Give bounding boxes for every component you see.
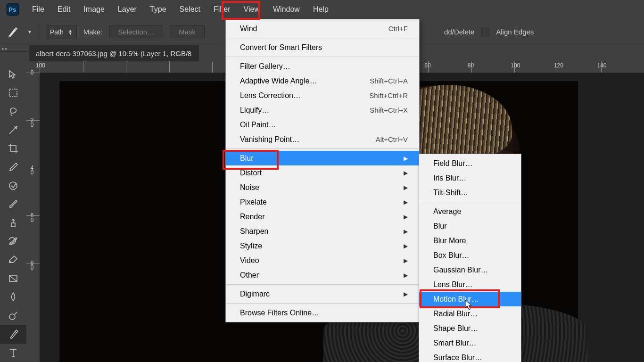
filter-menu-item-filter-gallery[interactable]: Filter Gallery… (226, 59, 419, 74)
path-mode-dropdown[interactable]: Path ▲▼ (46, 25, 77, 39)
tool-move[interactable] (0, 65, 26, 83)
blur-menu-item-average[interactable]: Average (419, 204, 521, 219)
menu-item-label: Box Blur… (433, 251, 469, 260)
tool-brush[interactable] (0, 195, 26, 214)
menu-item-label: Blur More (433, 237, 466, 245)
menu-item-shortcut: Ctrl+F (388, 25, 408, 33)
menu-image[interactable]: Image (77, 0, 111, 19)
ruler-tick: 60 (428, 61, 471, 73)
menu-edit[interactable]: Edit (51, 0, 77, 19)
filter-menu-item-digimarc[interactable]: Digimarc▶ (226, 287, 419, 301)
menu-item-label: Liquify… (240, 106, 269, 115)
menu-item-label: Sharpen (240, 227, 269, 236)
filter-menu-item-convert-for-smart-filters[interactable]: Convert for Smart Filters (226, 40, 419, 55)
filter-menu-item-blur[interactable]: Blur▶ (226, 151, 419, 165)
menu-item-label: Stylize (240, 242, 262, 250)
menu-filter[interactable]: Filter (207, 0, 237, 19)
ruler-tick: 0 (26, 73, 40, 120)
blur-menu-item-surface-blur[interactable]: Surface Blur… (419, 350, 521, 362)
svg-point-7 (9, 314, 15, 320)
tool-healing[interactable] (0, 176, 26, 195)
filter-menu-item-distort[interactable]: Distort▶ (226, 165, 419, 180)
ruler-tick: 140 (601, 61, 644, 73)
submenu-arrow-icon: ▶ (404, 214, 408, 220)
tool-marquee[interactable] (0, 83, 26, 102)
filter-menu-item-video[interactable]: Video▶ (226, 253, 419, 268)
menu-separator (226, 57, 419, 57)
blur-menu-item-iris-blur[interactable]: Iris Blur… (419, 171, 521, 185)
blur-menu-item-radial-blur[interactable]: Radial Blur… (419, 306, 521, 321)
blur-menu-item-blur[interactable]: Blur (419, 219, 521, 233)
blur-menu-item-gaussian-blur[interactable]: Gaussian Blur… (419, 263, 521, 277)
menu-select[interactable]: Select (173, 0, 207, 19)
filter-menu-item-pixelate[interactable]: Pixelate▶ (226, 195, 419, 209)
menu-item-shortcut: Shift+Ctrl+X (370, 106, 408, 114)
tool-dodge[interactable] (0, 306, 26, 325)
filter-menu-item-other[interactable]: Other▶ (226, 268, 419, 282)
blur-menu-item-blur-more[interactable]: Blur More (419, 233, 521, 248)
submenu-arrow-icon: ▶ (404, 228, 408, 235)
submenu-arrow-icon: ▶ (404, 243, 408, 249)
filter-menu-item-stylize[interactable]: Stylize▶ (226, 239, 419, 253)
blur-menu-item-box-blur[interactable]: Box Blur… (419, 248, 521, 263)
tool-lasso[interactable] (0, 102, 26, 121)
ruler-tick (126, 61, 169, 73)
ruler-tick: 80 (471, 61, 515, 73)
align-edges-label: Align Edges (496, 28, 534, 36)
menu-type[interactable]: Type (143, 0, 173, 19)
tool-eyedropper[interactable] (0, 158, 26, 176)
blur-menu-item-tilt-shift[interactable]: Tilt-Shift… (419, 185, 521, 200)
submenu-arrow-icon: ▶ (404, 272, 408, 279)
filter-menu-item-lens-correction[interactable]: Lens Correction…Shift+Ctrl+R (226, 88, 419, 103)
tool-magic-wand[interactable] (0, 121, 26, 139)
tool-history-brush[interactable] (0, 232, 26, 250)
filter-menu-item-oil-paint[interactable]: Oil Paint… (226, 117, 419, 132)
menu-window[interactable]: Window (266, 0, 306, 19)
menu-item-label: Shape Blur… (433, 324, 478, 333)
chevron-down-icon[interactable]: ▼ (27, 29, 32, 34)
menu-file[interactable]: File (25, 0, 51, 19)
tool-pen[interactable] (0, 325, 26, 343)
selection-button[interactable]: Selection… (109, 25, 164, 38)
filter-menu-item-sharpen[interactable]: Sharpen▶ (226, 224, 419, 239)
menu-item-label: Lens Correction… (240, 91, 301, 100)
expand-panels-icon[interactable]: ▸▸ (0, 45, 29, 52)
tool-clone[interactable] (0, 214, 26, 232)
mask-button[interactable]: Mask (170, 25, 205, 38)
tool-gradient[interactable] (0, 269, 26, 288)
menu-separator (226, 303, 419, 304)
blur-menu-item-field-blur[interactable]: Field Blur… (419, 156, 521, 171)
tool-type[interactable] (0, 344, 26, 362)
ruler-tick: 100 (40, 61, 83, 73)
filter-menu-item-browse-filters-online[interactable]: Browse Filters Online… (226, 305, 419, 320)
filter-menu-item-wind[interactable]: WindCtrl+F (226, 21, 419, 36)
document-tab[interactable]: albert-dera-397063.jpg @ 10.5% (Layer 1,… (29, 45, 198, 61)
blur-menu-item-lens-blur[interactable]: Lens Blur… (419, 277, 521, 292)
filter-menu-item-adaptive-wide-angle[interactable]: Adaptive Wide Angle…Shift+Ctrl+A (226, 74, 419, 88)
menu-item-label: Render (240, 213, 264, 221)
tool-blur[interactable] (0, 288, 26, 306)
filter-menu-item-render[interactable]: Render▶ (226, 209, 419, 224)
tool-crop[interactable] (0, 140, 26, 158)
menu-item-label: Blur (240, 154, 253, 163)
menu-help[interactable]: Help (306, 0, 335, 19)
menu-view[interactable]: View (237, 0, 266, 19)
menu-item-label: Browse Filters Online… (240, 309, 319, 317)
menu-layer[interactable]: Layer (111, 0, 143, 19)
filter-menu-item-vanishing-point[interactable]: Vanishing Point…Alt+Ctrl+V (226, 132, 419, 147)
menu-item-shortcut: Alt+Ctrl+V (376, 135, 408, 143)
blur-menu-item-smart-blur[interactable]: Smart Blur… (419, 336, 521, 350)
tools-panel (0, 61, 27, 362)
ruler-tick: 80 (26, 263, 40, 311)
align-edges-checkbox[interactable] (481, 28, 489, 36)
ruler-vertical[interactable]: 020406080 (26, 73, 40, 362)
filter-menu-item-liquify[interactable]: Liquify…Shift+Ctrl+X (226, 103, 419, 117)
filter-menu-item-noise[interactable]: Noise▶ (226, 180, 419, 195)
tool-eraser[interactable] (0, 251, 26, 269)
ruler-tick: 60 (26, 215, 40, 263)
submenu-arrow-icon: ▶ (404, 257, 408, 264)
blur-menu-item-motion-blur[interactable]: Motion Blur… (419, 292, 521, 306)
blur-menu-item-shape-blur[interactable]: Shape Blur… (419, 321, 521, 336)
menu-separator (226, 284, 419, 285)
document-tab-label: albert-dera-397063.jpg @ 10.5% (Layer 1,… (36, 49, 191, 58)
